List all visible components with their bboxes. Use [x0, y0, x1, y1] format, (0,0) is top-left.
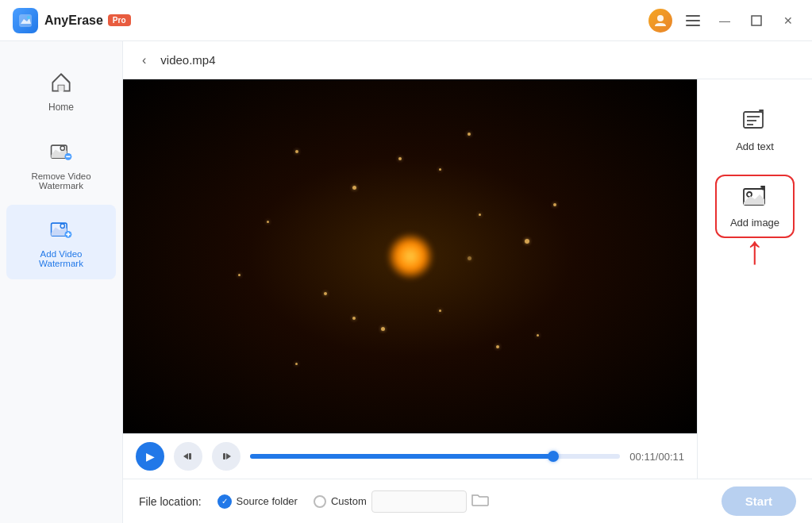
svg-point-28 — [747, 192, 752, 197]
sidebar: Home Remove VideoWatermark — [0, 41, 123, 523]
tools-panel: Add text Add image ↑ — [697, 79, 812, 479]
svg-rect-22 — [223, 453, 225, 460]
sidebar-item-add-watermark[interactable]: Add VideoWatermark — [6, 205, 116, 279]
svg-rect-4 — [686, 20, 700, 21]
app-name: AnyErase — [44, 13, 103, 28]
custom-path-input[interactable] — [371, 490, 467, 513]
app-logo — [13, 8, 38, 33]
checkmark-icon: ✓ — [221, 497, 228, 506]
sidebar-remove-label: Remove VideoWatermark — [31, 171, 90, 190]
svg-rect-7 — [58, 86, 63, 91]
progress-fill — [250, 454, 553, 459]
video-background — [123, 79, 697, 433]
svg-rect-6 — [752, 16, 761, 25]
pro-badge: Pro — [108, 14, 131, 26]
maximize-button[interactable] — [745, 10, 768, 32]
svg-rect-23 — [744, 112, 763, 128]
video-preview — [123, 79, 697, 433]
home-icon — [47, 68, 75, 97]
content-area: ‹ video.mp4 — [123, 41, 812, 523]
sidebar-item-home[interactable]: Home — [6, 57, 116, 124]
video-tools-container: ▶ — [123, 79, 812, 479]
main-layout: Home Remove VideoWatermark — [0, 41, 812, 523]
file-location-label: File location: — [139, 495, 202, 508]
user-avatar[interactable] — [648, 9, 672, 33]
svg-rect-20 — [189, 453, 191, 460]
sidebar-home-label: Home — [48, 102, 74, 113]
source-folder-checkbox[interactable]: ✓ — [217, 494, 232, 509]
video-glow — [387, 233, 434, 280]
rewind-button[interactable] — [174, 442, 202, 471]
content-header: ‹ video.mp4 — [123, 41, 812, 79]
svg-marker-21 — [226, 453, 231, 460]
svg-rect-3 — [686, 15, 700, 17]
play-button[interactable]: ▶ — [136, 442, 164, 471]
svg-point-1 — [27, 16, 30, 19]
video-controls: ▶ — [123, 433, 697, 479]
progress-thumb — [548, 451, 559, 462]
svg-point-2 — [657, 15, 664, 21]
close-button[interactable]: ✕ — [777, 10, 799, 32]
folder-browse-icon[interactable] — [471, 492, 489, 510]
svg-rect-5 — [686, 25, 700, 26]
source-folder-label: Source folder — [237, 495, 298, 507]
progress-bar[interactable] — [250, 454, 620, 459]
start-button[interactable]: Start — [722, 486, 796, 516]
title-bar-controls: — ✕ — [648, 9, 799, 33]
sidebar-add-label: Add VideoWatermark — [39, 249, 83, 268]
custom-radio[interactable] — [314, 495, 326, 508]
add-text-label: Add text — [736, 140, 774, 152]
menu-button[interactable] — [682, 10, 704, 32]
svg-marker-19 — [183, 453, 188, 460]
back-button[interactable]: ‹ — [136, 50, 152, 71]
add-watermark-icon — [47, 216, 75, 244]
add-text-button[interactable]: Add text — [715, 98, 795, 162]
video-section: ▶ — [123, 79, 697, 479]
fast-forward-button[interactable] — [212, 442, 241, 471]
sidebar-item-remove-watermark[interactable]: Remove VideoWatermark — [6, 127, 116, 202]
add-image-label: Add image — [730, 217, 779, 229]
red-arrow-icon: ↑ — [745, 237, 765, 264]
title-bar: AnyErase Pro — ✕ — [0, 0, 812, 41]
source-folder-option[interactable]: ✓ Source folder — [217, 494, 298, 509]
arrow-indicator: ↑ — [707, 244, 802, 264]
time-display: 00:11/00:11 — [629, 451, 684, 463]
minimize-button[interactable]: — — [714, 10, 736, 32]
bottom-bar: File location: ✓ Source folder Custom St… — [123, 479, 812, 523]
custom-option[interactable]: Custom — [314, 490, 489, 513]
custom-label: Custom — [331, 495, 367, 507]
file-name: video.mp4 — [160, 53, 215, 67]
remove-watermark-icon — [47, 138, 75, 167]
